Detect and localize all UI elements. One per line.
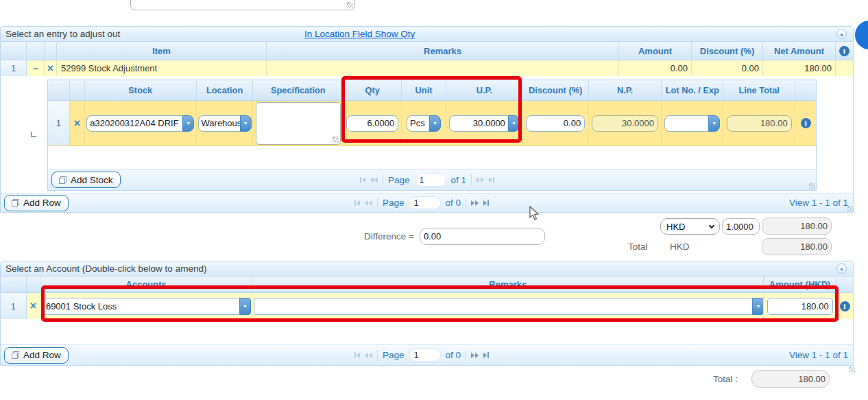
last-page-icon[interactable] [483,200,489,206]
up-combobox[interactable]: 30.0000 [449,115,520,132]
collapse-account-panel-button[interactable] [836,263,847,274]
top-remarks-textarea[interactable] [130,0,355,10]
grid-resize-handle-icon[interactable] [849,366,855,373]
info-icon[interactable] [840,301,850,311]
entry-row[interactable]: 1 52999 Stock Adjustment 0.00 0.00 180.0… [1,60,853,76]
location-combobox[interactable]: Warehouse [198,115,252,132]
entry-remarks-cell[interactable] [267,60,619,76]
entry-amount-cell[interactable]: 0.00 [619,60,692,76]
entry-item-cell[interactable]: 52999 Stock Adjustment [57,60,267,76]
add-stock-button[interactable]: Add Stock [51,172,121,188]
lot-no-combobox[interactable] [664,115,720,132]
location-column-header[interactable]: Location [197,80,254,100]
accounts-column-header[interactable]: Accounts [40,277,253,292]
account-value[interactable]: 69001 Stock Loss [43,298,239,315]
dropdown-arrow-icon[interactable] [429,115,441,132]
account-row[interactable]: 1 69001 Stock Loss [1,293,853,319]
dropdown-arrow-icon[interactable] [708,115,720,132]
lot-no-column-header[interactable]: Lot No. / Exp [662,80,723,100]
delete-row-icon[interactable] [45,60,57,76]
resize-handle-icon[interactable] [333,137,339,143]
remarks-column-header[interactable]: Remarks [267,42,619,60]
specification-textarea[interactable] [256,102,341,145]
add-account-row-button[interactable]: Add Row [4,347,69,364]
account-combobox[interactable]: 69001 Stock Loss [43,298,251,315]
last-page-icon[interactable] [489,177,494,183]
account-remarks-value[interactable] [254,298,752,315]
stock-value[interactable]: a320200312A04 DRIF [86,115,182,132]
delete-col-header [45,42,57,60]
discount-column-header[interactable]: Discount (%) [523,80,589,100]
pager-divider [383,174,383,185]
add-row-button[interactable]: Add Row [4,195,69,211]
page-input[interactable] [409,349,441,362]
item-column-header[interactable]: Item [57,42,267,60]
unit-column-header[interactable]: Unit [402,80,446,100]
delete-col-header [70,80,85,100]
row-number-header [1,277,27,292]
unit-value[interactable]: Pcs [407,115,429,132]
next-page-icon[interactable] [477,177,484,183]
page-input[interactable] [415,174,446,187]
info-icon[interactable] [801,118,811,128]
up-value[interactable]: 30.0000 [449,115,508,132]
currency-select[interactable]: HKD [660,218,720,235]
unit-cell: Pcs [402,101,446,145]
dropdown-arrow-icon[interactable] [752,298,764,315]
floating-help-button[interactable]: i [855,21,868,49]
first-page-icon[interactable] [360,177,365,183]
net-amount-column-header[interactable]: Net Amount [763,42,836,60]
account-remarks-combobox[interactable] [254,298,764,315]
resize-handle-icon[interactable] [347,2,353,8]
remarks-column-header[interactable]: Remarks [252,277,764,292]
prev-page-icon[interactable] [365,353,372,358]
prev-page-icon[interactable] [365,200,372,206]
entry-discount-cell[interactable]: 0.00 [692,60,763,76]
page-input[interactable] [409,196,441,209]
delete-stock-row-icon[interactable] [70,101,85,145]
view-info: View 1 - 1 of 1 [789,350,848,360]
collapse-col-header [27,42,45,60]
stock-combobox[interactable]: a320200312A04 DRIF [86,115,194,132]
dropdown-arrow-icon[interactable] [240,115,252,132]
last-page-icon[interactable] [483,352,489,358]
prev-page-icon[interactable] [370,177,378,183]
delete-col-header [27,277,40,292]
exchange-rate-input[interactable] [722,218,760,235]
amount-column-header[interactable]: Amount [619,42,692,60]
amount-hkd-column-header[interactable]: Amount (HKD) [764,277,836,292]
unit-combobox[interactable]: Pcs [407,115,441,132]
location-value[interactable]: Warehouse [198,115,240,132]
difference-input[interactable] [420,228,545,245]
next-page-icon[interactable] [471,353,479,358]
lot-no-value[interactable] [664,115,708,132]
up-column-header[interactable]: U.P. [446,80,523,100]
entry-panel-title: Select an entry to adjust out [5,29,120,39]
collapse-entry-panel-button[interactable] [836,29,847,39]
qty-column-header[interactable]: Qty [343,80,402,100]
qty-input[interactable] [346,115,398,132]
dropdown-arrow-icon[interactable] [508,115,520,132]
stock-row[interactable]: 1 a320200312A04 DRIF Warehouse [48,101,816,146]
first-page-icon[interactable] [354,200,360,206]
row-number-header [48,80,70,100]
account-amount-input[interactable] [767,298,833,315]
stock-column-header[interactable]: Stock [85,80,197,100]
grid-resize-handle-icon[interactable] [809,183,815,189]
in-location-field-show-qty-link[interactable]: In Location Field Show Qty [304,29,415,39]
discount-input[interactable] [526,115,585,132]
delete-account-row-icon[interactable] [27,293,40,319]
collapse-row-icon[interactable] [27,60,45,76]
entry-net-amount-cell[interactable]: 180.00 [763,60,836,76]
currency-value: HKD [666,222,685,232]
dropdown-arrow-icon[interactable] [182,115,194,132]
next-page-icon[interactable] [471,200,479,206]
info-icon[interactable] [839,46,849,56]
np-column-header[interactable]: N.P. [589,80,662,100]
first-page-icon[interactable] [354,352,360,358]
specification-column-header[interactable]: Specification [253,80,343,100]
discount-column-header[interactable]: Discount (%) [692,42,763,60]
line-total-column-header[interactable]: Line Total [723,80,795,100]
grid-resize-handle-icon[interactable] [847,206,854,212]
dropdown-arrow-icon[interactable] [239,298,251,315]
